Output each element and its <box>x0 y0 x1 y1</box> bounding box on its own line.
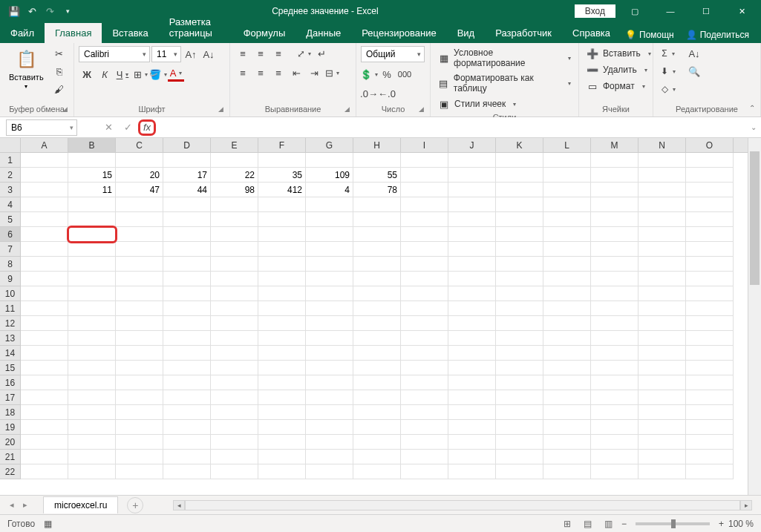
cell-I13[interactable] <box>401 331 448 346</box>
cell-C21[interactable] <box>116 450 163 464</box>
italic-button[interactable]: К <box>97 67 113 82</box>
cell-M21[interactable] <box>591 450 638 464</box>
col-header-F[interactable]: F <box>258 138 306 152</box>
cell-J17[interactable] <box>448 390 496 405</box>
cell-F3[interactable]: 412 <box>258 183 306 197</box>
cell-B17[interactable] <box>68 390 116 405</box>
tab-справка[interactable]: Справка <box>562 23 621 43</box>
cell-J6[interactable] <box>448 227 496 242</box>
cell-O13[interactable] <box>686 331 734 346</box>
cell-A16[interactable] <box>21 375 68 390</box>
cell-G9[interactable] <box>306 272 353 286</box>
cell-C15[interactable] <box>116 361 163 375</box>
cell-G1[interactable] <box>306 153 353 168</box>
cell-G5[interactable] <box>306 212 353 227</box>
cell-E2[interactable]: 22 <box>211 168 258 183</box>
normal-view-icon[interactable]: ⊞ <box>559 517 575 531</box>
delete-cells-button[interactable]: ➖Удалить <box>584 62 650 77</box>
cell-A6[interactable] <box>21 227 68 242</box>
cell-O9[interactable] <box>686 272 734 286</box>
cell-styles-button[interactable]: ▣Стили ячеек <box>435 96 519 111</box>
cell-G8[interactable] <box>306 257 353 272</box>
indent-decrease-icon[interactable]: ⇤ <box>288 65 304 80</box>
cell-M6[interactable] <box>591 227 638 242</box>
cell-H10[interactable] <box>353 286 401 301</box>
cell-F9[interactable] <box>258 272 306 286</box>
cell-G22[interactable] <box>306 464 353 479</box>
row-header-3[interactable]: 3 <box>0 183 21 197</box>
cell-H11[interactable] <box>353 301 401 316</box>
cell-C5[interactable] <box>116 212 163 227</box>
col-header-K[interactable]: K <box>496 138 543 152</box>
row-header-1[interactable]: 1 <box>0 153 21 168</box>
cell-B11[interactable] <box>68 301 116 316</box>
cell-C2[interactable]: 20 <box>116 168 163 183</box>
cell-O21[interactable] <box>686 450 734 464</box>
minimize-icon[interactable]: — <box>654 0 687 22</box>
cell-K4[interactable] <box>496 197 543 212</box>
cell-M8[interactable] <box>591 257 638 272</box>
row-header-21[interactable]: 21 <box>0 450 21 464</box>
cell-O5[interactable] <box>686 212 734 227</box>
row-header-14[interactable]: 14 <box>0 346 21 361</box>
cell-B15[interactable] <box>68 361 116 375</box>
cell-A17[interactable] <box>21 390 68 405</box>
cell-F20[interactable] <box>258 435 306 450</box>
copy-icon[interactable]: ⎘ <box>51 64 68 79</box>
cell-D4[interactable] <box>163 197 211 212</box>
cell-I10[interactable] <box>401 286 448 301</box>
cell-H3[interactable]: 78 <box>353 183 401 197</box>
cell-C7[interactable] <box>116 242 163 257</box>
cell-A11[interactable] <box>21 301 68 316</box>
cell-G13[interactable] <box>306 331 353 346</box>
cell-G17[interactable] <box>306 390 353 405</box>
cell-F2[interactable]: 35 <box>258 168 306 183</box>
col-header-G[interactable]: G <box>306 138 353 152</box>
cell-N18[interactable] <box>638 405 686 420</box>
cell-L20[interactable] <box>543 435 591 450</box>
cell-N11[interactable] <box>638 301 686 316</box>
tab-главная[interactable]: Главная <box>45 23 102 43</box>
cell-L5[interactable] <box>543 212 591 227</box>
col-header-O[interactable]: O <box>686 138 734 152</box>
cell-J10[interactable] <box>448 286 496 301</box>
cell-K1[interactable] <box>496 153 543 168</box>
cell-H18[interactable] <box>353 405 401 420</box>
cell-E4[interactable] <box>211 197 258 212</box>
currency-icon[interactable]: 💲 <box>361 67 377 82</box>
cell-L12[interactable] <box>543 316 591 331</box>
cell-D21[interactable] <box>163 450 211 464</box>
cell-F1[interactable] <box>258 153 306 168</box>
tab-вставка[interactable]: Вставка <box>102 23 158 43</box>
font-color-icon[interactable]: A <box>168 67 184 82</box>
cell-B19[interactable] <box>68 420 116 435</box>
cell-N12[interactable] <box>638 316 686 331</box>
cell-H13[interactable] <box>353 331 401 346</box>
enter-formula-icon[interactable]: ✓ <box>119 119 137 136</box>
cell-J18[interactable] <box>448 405 496 420</box>
tab-данные[interactable]: Данные <box>295 23 351 43</box>
cell-L7[interactable] <box>543 242 591 257</box>
cell-C4[interactable] <box>116 197 163 212</box>
cell-N3[interactable] <box>638 183 686 197</box>
decrease-decimal-icon[interactable]: ←.0 <box>379 86 395 101</box>
cell-L6[interactable] <box>543 227 591 242</box>
row-header-10[interactable]: 10 <box>0 286 21 301</box>
cell-C3[interactable]: 47 <box>116 183 163 197</box>
align-bottom-icon[interactable]: ≡ <box>270 46 287 61</box>
cell-B22[interactable] <box>68 464 116 479</box>
cell-H20[interactable] <box>353 435 401 450</box>
cell-H1[interactable] <box>353 153 401 168</box>
qat-dropdown-icon[interactable]: ▾ <box>59 3 76 19</box>
cell-M22[interactable] <box>591 464 638 479</box>
cell-O7[interactable] <box>686 242 734 257</box>
cell-J7[interactable] <box>448 242 496 257</box>
cell-J12[interactable] <box>448 316 496 331</box>
row-header-22[interactable]: 22 <box>0 464 21 479</box>
row-header-15[interactable]: 15 <box>0 361 21 375</box>
cell-E10[interactable] <box>211 286 258 301</box>
cell-E12[interactable] <box>211 316 258 331</box>
col-header-M[interactable]: M <box>591 138 638 152</box>
cell-G12[interactable] <box>306 316 353 331</box>
row-header-20[interactable]: 20 <box>0 435 21 450</box>
